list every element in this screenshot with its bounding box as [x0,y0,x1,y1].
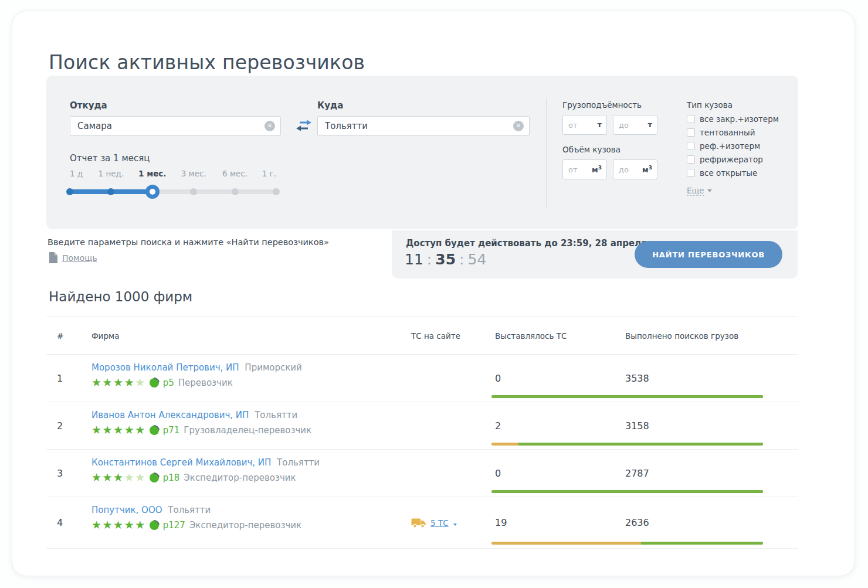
period-option-selected[interactable]: 1 мес. [138,169,166,178]
chevron-down-icon [707,189,712,192]
passport-badge[interactable]: p71 [163,425,180,436]
help-link[interactable]: Помощь [49,252,97,263]
capacity-group: Грузоподъёмность т т [562,100,657,135]
document-icon [49,252,57,263]
col-header-firm: Фирма [91,331,411,341]
firm-role: Экспедитор-перевозчик [189,520,301,531]
period-slider-stop[interactable] [107,188,114,195]
body-type-option[interactable]: все открытые [687,168,779,178]
truck-icon [411,517,426,529]
firm-link[interactable]: Морозов Николай Петрович, ИП [91,362,239,373]
col-header-tc-posted: Выставлялось ТС [495,331,625,341]
row-number: 1 [46,373,91,384]
destination-input[interactable] [317,116,530,136]
row-number: 2 [46,420,91,431]
capacity-unit: т [647,120,652,129]
countdown-hours: 11 [405,251,423,268]
period-slider-track[interactable] [70,189,276,194]
period-slider-stop[interactable] [190,188,197,195]
body-type-checkbox[interactable] [687,155,695,164]
firm-link[interactable]: Константинов Сергей Михайлович, ИП [91,457,271,468]
body-type-checkbox[interactable] [687,169,695,177]
panel-divider [546,98,547,209]
body-type-checkbox[interactable] [687,115,695,123]
tc-on-site-link[interactable]: 5 ТС [430,518,449,528]
firm-link[interactable]: Иванов Антон Александрович, ИП [91,410,249,420]
body-type-option-label: все открытые [700,168,757,178]
results-table: # Фирма ТС на сайте Выставлялось ТС Выпо… [46,317,798,549]
search-footer: Введите параметры поиска и нажмите «Найт… [46,230,798,278]
passport-badge[interactable]: p5 [163,378,174,388]
countdown-minutes: 35 [435,251,456,268]
period-slider-stop[interactable] [66,188,73,195]
period-option[interactable]: 1 г. [262,169,276,178]
searches-value: 3538 [625,373,798,384]
main-card: Поиск активных перевозчиков Откуда ✕ Куд… [12,11,855,576]
countdown-seconds: 54 [467,251,486,268]
searches-value: 3158 [625,420,798,431]
body-type-option-label: рефрижератор [700,155,763,164]
access-text: Доступ будет действовать до 23:59, 28 ап… [406,238,650,249]
loyalty-indicator-icon [150,378,159,388]
destination-clear-icon[interactable]: ✕ [513,121,524,131]
body-type-option[interactable]: реф.+изотерм [687,141,779,151]
col-header-num: # [46,331,91,341]
activity-bar [491,395,763,398]
period-slider-stop[interactable] [232,188,239,195]
period-slider-stop[interactable] [273,188,280,195]
firm-city: Тольятти [168,505,211,515]
access-countdown: 11:35:54 [405,251,486,268]
star-rating: ★★★★★ [91,519,146,531]
body-type-option[interactable]: тентованный [687,128,779,137]
table-row: 1 Морозов Николай Петрович, ИП Приморски… [46,355,798,402]
firm-role: Экспедитор-перевозчик [184,473,296,483]
more-filters-link[interactable]: Еще [687,186,712,196]
search-hint: Введите параметры поиска и нажмите «Найт… [48,237,329,247]
loyalty-indicator-icon [150,426,159,435]
search-filter-panel: Откуда ✕ Куда ✕ Отчет за 1 месяц 1 д 1 н… [46,76,798,229]
volume-group: Объём кузова м3 м3 [562,145,657,179]
page-title: Поиск активных перевозчиков [49,51,365,74]
period-option[interactable]: 1 нед. [99,169,124,178]
report-period-label: Отчет за 1 месяц [70,153,276,164]
activity-bar [491,542,763,545]
firm-city: Тольятти [277,457,320,468]
searches-value: 2787 [625,468,798,479]
period-option[interactable]: 6 мес. [222,169,247,178]
activity-bar [491,490,763,493]
tc-posted-value: 2 [495,420,625,431]
origin-input[interactable] [70,116,281,136]
activity-bar [491,443,763,446]
passport-badge[interactable]: p18 [163,473,180,483]
body-type-checkbox[interactable] [687,128,695,137]
body-type-option[interactable]: все закр.+изотерм [687,114,779,124]
period-slider-knob[interactable] [145,185,160,199]
body-type-option[interactable]: рефрижератор [687,155,779,164]
find-carriers-button[interactable]: НАЙТИ ПЕРЕВОЗЧИКОВ [635,241,782,268]
body-type-label: Тип кузова [687,100,779,110]
chevron-down-icon [453,524,457,526]
row-number: 4 [46,517,91,528]
star-rating: ★★★★★ [91,424,146,436]
report-period-group: Отчет за 1 месяц 1 д 1 нед. 1 мес. 3 мес… [70,153,276,194]
table-row: 3 Константинов Сергей Михайлович, ИП Тол… [46,450,798,497]
tc-posted-value: 19 [495,517,625,528]
swap-directions-icon[interactable] [295,119,313,132]
firm-city: Приморский [245,362,301,373]
results-heading: Найдено 1000 фирм [49,289,798,304]
firm-role: Перевозчик [178,378,233,388]
row-number: 3 [46,468,91,479]
table-row: 2 Иванов Антон Александрович, ИП Тольятт… [46,402,798,450]
origin-label: Откуда [70,100,281,111]
period-option[interactable]: 1 д [70,169,83,178]
passport-badge[interactable]: p127 [163,520,185,531]
volume-unit: м3 [642,165,652,174]
origin-group: Откуда ✕ [70,100,281,136]
firm-link[interactable]: Попутчик, ООО [91,505,162,515]
destination-label: Куда [317,100,530,111]
firm-role: Грузовладелец-перевозчик [184,425,311,436]
origin-clear-icon[interactable]: ✕ [265,121,275,131]
body-type-checkbox[interactable] [687,142,695,150]
period-option[interactable]: 3 мес. [181,169,206,178]
help-link-label[interactable]: Помощь [62,253,97,263]
